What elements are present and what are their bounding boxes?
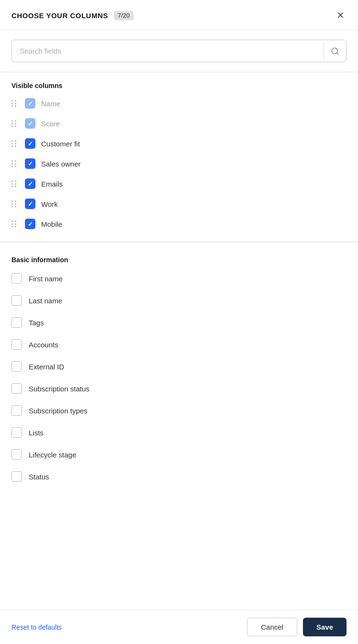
column-checkbox-sales-owner[interactable]: ✓ — [25, 158, 35, 169]
modal-title: CHOOSE YOUR COLUMNS — [11, 11, 108, 20]
basic-label-lists: Lists — [29, 429, 44, 437]
list-item: ✓ Name — [0, 93, 358, 113]
basic-checkbox-last-name[interactable] — [11, 295, 22, 306]
modal-header: CHOOSE YOUR COLUMNS 7/20 ✕ — [0, 0, 358, 30]
footer-buttons: Cancel Save — [247, 618, 347, 636]
basic-checkbox-accounts[interactable] — [11, 339, 22, 350]
svg-line-1 — [336, 53, 338, 54]
list-item: Accounts — [0, 333, 358, 355]
drag-dots-icon — [11, 200, 17, 207]
list-item: Lists — [0, 422, 358, 444]
basic-checkbox-subscription-status[interactable] — [11, 383, 22, 394]
search-icon — [331, 47, 339, 56]
list-item: ✓ Customer fit — [0, 133, 358, 154]
search-input[interactable] — [12, 40, 324, 62]
drag-handle[interactable] — [11, 140, 19, 147]
basic-label-external-id: External ID — [29, 363, 64, 371]
checkmark-icon: ✓ — [28, 141, 33, 147]
drag-dots-icon — [11, 100, 17, 107]
close-button[interactable]: ✕ — [335, 9, 347, 22]
column-label-name: Name — [41, 100, 347, 108]
checkmark-icon: ✓ — [28, 121, 33, 127]
column-checkbox-work[interactable]: ✓ — [25, 199, 35, 209]
drag-dots-icon — [11, 120, 17, 127]
drag-handle[interactable] — [11, 120, 19, 127]
basic-checkbox-lifecycle-stage[interactable] — [11, 449, 22, 460]
list-item: ✓ Sales owner — [0, 154, 358, 174]
column-label-mobile: Mobile — [41, 220, 347, 228]
column-checkbox-customer-fit[interactable]: ✓ — [25, 138, 35, 149]
cancel-button[interactable]: Cancel — [247, 618, 297, 636]
drag-dots-icon — [11, 140, 17, 147]
list-item: Tags — [0, 311, 358, 333]
reset-to-defaults-button[interactable]: Reset to defaults — [11, 623, 62, 631]
save-button[interactable]: Save — [303, 618, 347, 636]
basic-information-label: Basic information — [0, 246, 358, 267]
search-box — [11, 40, 347, 62]
basic-label-lifecycle-stage: Lifecycle stage — [29, 451, 76, 459]
visible-columns-label: Visible columns — [0, 72, 358, 93]
basic-checkbox-subscription-types[interactable] — [11, 405, 22, 416]
drag-handle[interactable] — [11, 221, 19, 227]
checkmark-icon: ✓ — [28, 100, 33, 107]
title-group: CHOOSE YOUR COLUMNS 7/20 — [11, 11, 134, 20]
list-item: Subscription types — [0, 400, 358, 422]
drag-handle[interactable] — [11, 100, 19, 107]
list-item: Lifecycle stage — [0, 444, 358, 466]
drag-handle[interactable] — [11, 200, 19, 207]
column-count-badge: 7/20 — [114, 11, 134, 20]
list-item: ✓ Mobile — [0, 214, 358, 234]
list-item: ✓ Work — [0, 194, 358, 214]
basic-checkbox-first-name[interactable] — [11, 273, 22, 284]
basic-checkbox-lists[interactable] — [11, 427, 22, 438]
column-label-emails: Emails — [41, 180, 347, 188]
basic-checkbox-tags[interactable] — [11, 317, 22, 328]
list-item: Last name — [0, 289, 358, 311]
basic-checkbox-status[interactable] — [11, 471, 22, 482]
column-checkbox-emails[interactable]: ✓ — [25, 178, 35, 189]
column-checkbox-score[interactable]: ✓ — [25, 118, 35, 129]
checkmark-icon: ✓ — [28, 221, 33, 227]
column-label-work: Work — [41, 200, 347, 208]
list-item: Status — [0, 466, 358, 488]
list-item: External ID — [0, 355, 358, 378]
search-section — [0, 30, 358, 72]
drag-dots-icon — [11, 180, 17, 187]
list-item: ✓ Emails — [0, 174, 358, 194]
list-item: Subscription status — [0, 378, 358, 400]
column-label-score: Score — [41, 120, 347, 128]
column-label-sales-owner: Sales owner — [41, 160, 347, 168]
basic-information-section: Basic information First name Last name T… — [0, 243, 358, 488]
visible-columns-section: Visible columns ✓ Name — [0, 72, 358, 243]
column-label-customer-fit: Customer fit — [41, 140, 347, 148]
checkmark-icon: ✓ — [28, 201, 33, 207]
modal-footer: Reset to defaults Cancel Save — [0, 610, 358, 644]
checkmark-icon: ✓ — [28, 181, 33, 187]
list-item: ✓ Score — [0, 113, 358, 133]
drag-dots-icon — [11, 160, 17, 167]
list-item: First name — [0, 267, 358, 289]
column-checkbox-name[interactable]: ✓ — [25, 98, 35, 109]
basic-label-first-name: First name — [29, 275, 63, 283]
drag-handle[interactable] — [11, 160, 19, 167]
search-button[interactable] — [324, 42, 346, 60]
basic-label-accounts: Accounts — [29, 341, 58, 349]
basic-label-subscription-types: Subscription types — [29, 407, 88, 415]
drag-dots-icon — [11, 221, 17, 227]
column-checkbox-mobile[interactable]: ✓ — [25, 219, 35, 229]
basic-label-subscription-status: Subscription status — [29, 385, 90, 393]
drag-handle[interactable] — [11, 180, 19, 187]
basic-label-tags: Tags — [29, 319, 44, 327]
basic-checkbox-external-id[interactable] — [11, 361, 22, 372]
basic-label-last-name: Last name — [29, 297, 62, 305]
checkmark-icon: ✓ — [28, 161, 33, 167]
choose-columns-modal: CHOOSE YOUR COLUMNS 7/20 ✕ Visible colum… — [0, 0, 358, 644]
basic-label-status: Status — [29, 473, 49, 481]
